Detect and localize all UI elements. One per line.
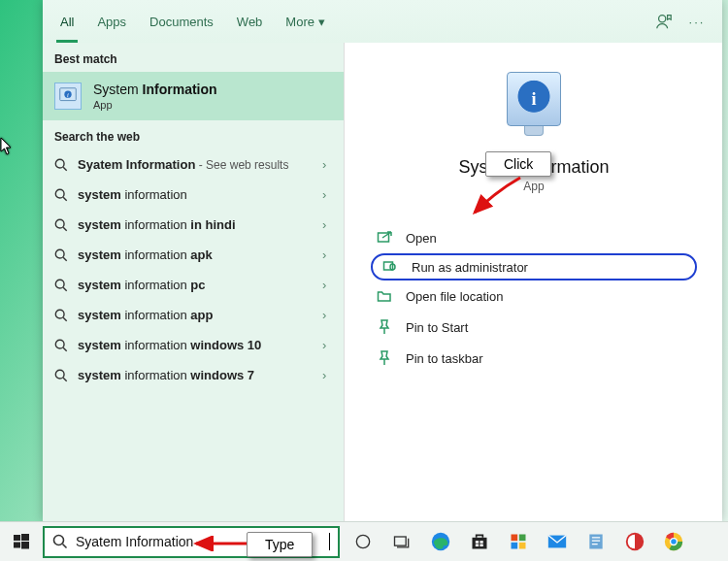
arrow-annotation-icon	[467, 172, 525, 220]
svg-point-9	[55, 310, 64, 318]
best-match-item[interactable]: i System Information App	[43, 72, 344, 120]
mail-icon[interactable]	[546, 530, 569, 553]
callout-type: Type	[247, 532, 313, 557]
web-result-item[interactable]: system information windows 10›	[43, 330, 344, 360]
search-icon	[54, 279, 68, 292]
tab-documents[interactable]: Documents	[138, 0, 225, 43]
web-result-item[interactable]: system information in hindi›	[43, 210, 344, 240]
windows-logo-icon	[14, 534, 29, 549]
task-view-icon[interactable]	[390, 530, 414, 553]
svg-rect-25	[476, 544, 479, 547]
pin-start-icon	[377, 319, 392, 335]
results-body: Best match i System Information App Sear…	[43, 43, 344, 390]
feedback-icon[interactable]	[654, 12, 674, 31]
svg-rect-15	[21, 534, 29, 541]
svg-rect-22	[473, 538, 487, 549]
svg-point-7	[55, 249, 64, 258]
web-result-text: system information windows 10	[78, 338, 313, 352]
svg-point-10	[55, 340, 64, 348]
action-run-as-administrator[interactable]: Run as administrator	[371, 253, 697, 280]
best-match-header: Best match	[43, 43, 344, 72]
chevron-right-icon[interactable]: ›	[322, 187, 334, 202]
web-result-item[interactable]: system information app›	[43, 300, 344, 330]
system-information-icon: i	[54, 82, 82, 110]
chevron-right-icon[interactable]: ›	[322, 368, 334, 382]
svg-point-11	[55, 370, 64, 379]
web-result-text: Syatem Information - See web results	[78, 157, 313, 172]
search-web-header: Search the web	[43, 120, 344, 149]
notes-icon[interactable]	[584, 530, 608, 553]
svg-rect-17	[21, 542, 29, 549]
app-detail-icon	[507, 72, 561, 126]
search-icon	[54, 218, 68, 232]
web-result-item[interactable]: system information windows 7›	[43, 360, 344, 390]
tab-all[interactable]: All	[49, 0, 85, 43]
svg-rect-30	[519, 543, 526, 549]
svg-point-6	[55, 219, 64, 228]
office-icon[interactable]	[507, 530, 530, 553]
chevron-right-icon[interactable]: ›	[322, 278, 334, 292]
action-open-file-location[interactable]: Open file location	[371, 280, 697, 312]
chevron-right-icon[interactable]: ›	[322, 157, 334, 172]
detail-actions: Open Run as administrator Open file loca…	[353, 222, 714, 374]
action-pin-to-taskbar[interactable]: Pin to taskbar	[371, 343, 697, 374]
tab-web[interactable]: Web	[225, 0, 275, 43]
taskbar-icons	[351, 530, 685, 553]
pin-taskbar-icon	[377, 350, 392, 366]
chevron-right-icon[interactable]: ›	[322, 308, 334, 322]
taskbar	[0, 521, 728, 561]
svg-rect-28	[519, 535, 526, 542]
text-cursor	[329, 533, 330, 550]
ccleaner-icon[interactable]	[623, 530, 646, 553]
detail-body: System Information App Open Run as admin…	[353, 52, 714, 374]
action-pin-to-start[interactable]: Pin to Start	[371, 312, 697, 343]
svg-point-5	[55, 189, 64, 198]
chevron-right-icon[interactable]: ›	[322, 338, 334, 352]
search-icon	[54, 339, 68, 352]
svg-point-4	[55, 159, 64, 168]
chevron-down-icon: ▾	[318, 15, 325, 29]
store-icon[interactable]	[468, 530, 491, 553]
cortana-icon[interactable]	[351, 530, 375, 553]
web-result-item[interactable]: system information›	[43, 180, 344, 210]
action-open[interactable]: Open	[371, 222, 697, 253]
arrow-annotation-icon	[190, 536, 248, 551]
chrome-icon[interactable]	[662, 530, 685, 553]
web-result-item[interactable]: system information pc›	[43, 270, 344, 300]
more-options-icon[interactable]: ···	[687, 12, 707, 31]
start-search-panel: All Apps Documents Web More ▾ ··· Best m…	[43, 0, 722, 521]
svg-rect-16	[14, 543, 20, 548]
svg-rect-32	[589, 535, 602, 549]
shield-icon	[382, 259, 398, 275]
web-result-text: system information app	[78, 308, 313, 322]
web-result-item[interactable]: Syatem Information - See web results›	[43, 149, 344, 180]
svg-rect-13	[384, 262, 393, 270]
search-icon	[54, 309, 68, 322]
web-result-item[interactable]: system information apk›	[43, 240, 344, 270]
tab-more[interactable]: More ▾	[274, 0, 337, 43]
svg-point-0	[659, 16, 666, 22]
tab-apps[interactable]: Apps	[85, 0, 138, 43]
open-icon	[377, 230, 392, 246]
mouse-cursor-icon	[0, 138, 14, 155]
svg-point-8	[55, 280, 64, 288]
web-result-text: system information apk	[78, 248, 313, 262]
svg-point-19	[356, 535, 369, 547]
svg-rect-20	[395, 537, 407, 545]
chevron-right-icon[interactable]: ›	[322, 248, 334, 262]
chevron-right-icon[interactable]: ›	[322, 217, 334, 232]
web-result-text: system information	[78, 187, 313, 202]
search-icon	[54, 248, 68, 262]
svg-rect-24	[480, 541, 482, 544]
svg-rect-14	[14, 535, 20, 541]
svg-rect-27	[512, 535, 518, 542]
edge-icon[interactable]	[429, 530, 452, 553]
web-result-text: system information windows 7	[78, 368, 313, 382]
start-button[interactable]	[0, 522, 43, 562]
web-result-text: system information in hindi	[78, 217, 313, 232]
folder-icon	[377, 288, 392, 304]
svg-rect-26	[480, 544, 482, 547]
best-match-title: System Information	[93, 82, 217, 97]
search-icon	[54, 158, 68, 172]
detail-subtitle: App	[353, 180, 714, 193]
